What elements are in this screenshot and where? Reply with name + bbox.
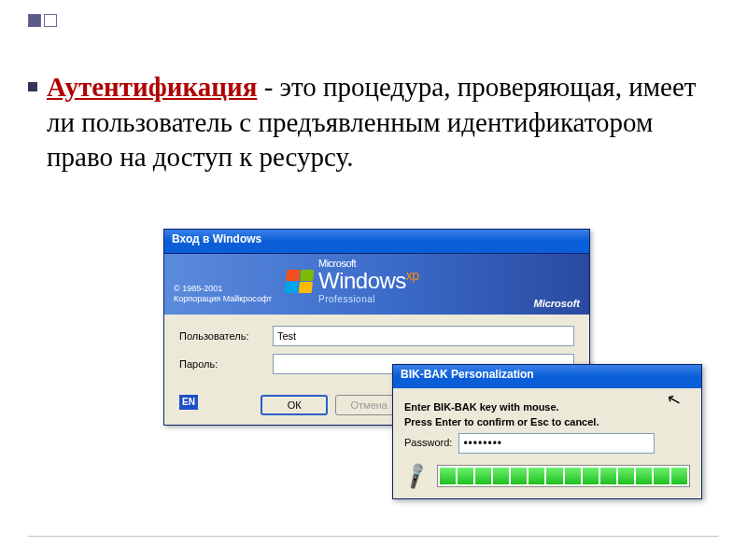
windows-login-titlebar[interactable]: Вход в Windows — [164, 230, 589, 254]
bikbak-titlebar[interactable]: BIK-BAK Personalization — [393, 365, 701, 388]
definition-paragraph: Аутентификация - это процедура, проверяю… — [47, 70, 700, 175]
windows-wordmark: Microsoft Windowsxp Professional — [318, 259, 419, 304]
windows-logo: Microsoft Windowsxp Professional — [286, 259, 419, 304]
microphone-icon: 🎤 — [401, 460, 432, 491]
ok-button[interactable]: ОК — [261, 395, 328, 415]
definition-term: Аутентификация — [47, 72, 257, 102]
windows-flag-icon — [285, 270, 315, 293]
windows-login-banner: © 1985-2001 Корпорация Майкрософт Micros… — [164, 254, 589, 315]
bikbak-instruction-2: Press Enter to confirm or Esc to cancel. — [404, 416, 690, 427]
bikbak-password-label: Password: — [404, 437, 452, 448]
bikbak-dialog: BIK-BAK Personalization ↖ Enter BIK-BAK … — [392, 364, 702, 499]
username-label: Пользователь: — [179, 330, 273, 342]
microsoft-footer-logo: Microsoft — [534, 298, 581, 309]
bullet-icon — [28, 82, 37, 91]
bikbak-password-input[interactable] — [458, 433, 655, 454]
username-row: Пользователь: — [179, 326, 574, 346]
bikbak-password-row: Password: — [404, 433, 690, 454]
bikbak-body: ↖ Enter BIK-BAK key with mouse. Press En… — [393, 388, 701, 498]
bikbak-progress-bar — [437, 465, 690, 487]
slide-bottom-rule — [28, 536, 719, 537]
username-input[interactable] — [273, 326, 574, 346]
bikbak-instruction-1: Enter BIK-BAK key with mouse. — [404, 401, 690, 413]
language-indicator[interactable]: EN — [179, 395, 198, 410]
slide-corner-decoration — [28, 14, 57, 27]
password-label: Пароль: — [179, 358, 273, 370]
copyright-text: © 1985-2001 Корпорация Майкрософт — [174, 284, 272, 304]
bikbak-progress-row: 🎤 — [404, 465, 690, 487]
